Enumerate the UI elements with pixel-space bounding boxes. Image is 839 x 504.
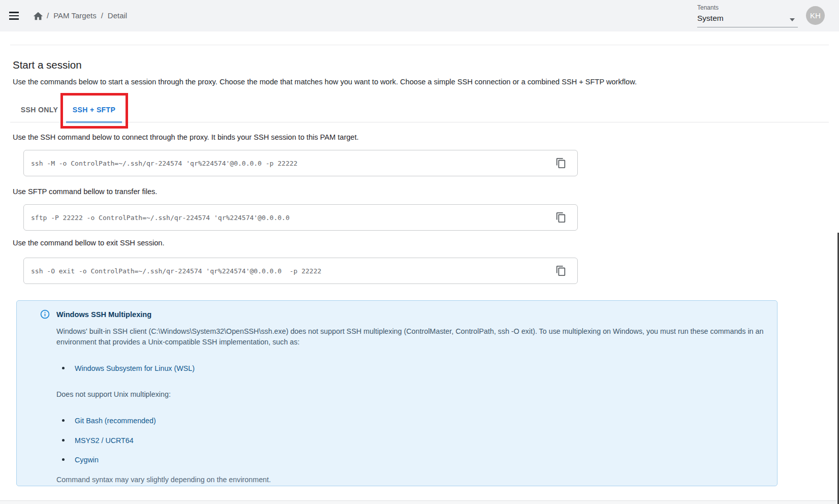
tab-ssh-sftp[interactable]: SSH + SFTP <box>66 98 122 122</box>
copy-icon[interactable] <box>555 265 567 277</box>
tabs-divider <box>10 122 829 122</box>
ssh-command-label: Use the SSH command below to connect thr… <box>13 133 359 141</box>
exit-command-box: ssh -O exit -o ControlPath=~/.ssh/qr-224… <box>23 258 578 284</box>
info-paragraph: Windows' built-in SSH client (C:\Windows… <box>56 326 782 347</box>
sftp-command-text: sftp -P 22222 -o ControlPath=~/.ssh/qr-2… <box>31 214 290 222</box>
breadcrumb-separator: / <box>101 11 103 20</box>
supported-environments-list: Windows Subsystem for Linux (WSL) <box>56 363 782 374</box>
tenants-select[interactable]: Tenants System <box>697 4 798 27</box>
ssh-command-box: ssh -M -o ControlPath=~/.ssh/qr-224574 '… <box>23 150 578 176</box>
page-title: Start a session <box>13 59 82 71</box>
exit-command-text: ssh -O exit -o ControlPath=~/.ssh/qr-224… <box>31 267 321 275</box>
info-panel-title: Windows SSH Multiplexing <box>56 310 151 319</box>
hamburger-menu-icon[interactable] <box>7 9 22 23</box>
section-description: Use the commands below to start a sessio… <box>13 78 637 86</box>
list-item-git-bash[interactable]: Git Bash (recommended) <box>56 416 782 426</box>
chevron-down-icon <box>790 18 795 21</box>
breadcrumb-pam-targets[interactable]: PAM Targets <box>53 11 96 20</box>
tab-ssh-only[interactable]: SSH ONLY <box>13 98 66 122</box>
exit-command-label: Use the command bellow to exit SSH sessi… <box>13 239 165 247</box>
sftp-command-box: sftp -P 22222 -o ControlPath=~/.ssh/qr-2… <box>23 204 578 231</box>
top-app-bar: / PAM Targets / Detail Tenants System KH <box>0 0 839 32</box>
unsupported-environments-list: Git Bash (recommended) MSYS2 / UCRT64 Cy… <box>56 416 782 465</box>
windows-ssh-multiplexing-info-panel: Windows SSH Multiplexing Windows' built-… <box>16 300 778 486</box>
list-item-msys2[interactable]: MSYS2 / UCRT64 <box>56 435 782 446</box>
session-mode-tabs: SSH ONLY SSH + SFTP <box>13 98 122 122</box>
sftp-command-label: Use SFTP command bellow to transfer file… <box>13 187 157 196</box>
breadcrumb: / PAM Targets / Detail <box>47 11 127 20</box>
copy-icon[interactable] <box>555 212 567 224</box>
info-paragraph: Does not support Unix multiplexing: <box>56 389 782 400</box>
info-footnote: Command syntax may vary slightly dependi… <box>56 475 782 485</box>
content-top-divider <box>10 45 829 45</box>
info-icon <box>40 309 50 321</box>
tenants-label: Tenants <box>697 4 798 11</box>
ssh-command-text: ssh -M -o ControlPath=~/.ssh/qr-224574 '… <box>31 160 297 167</box>
list-item-cygwin[interactable]: Cygwin <box>56 455 782 465</box>
breadcrumb-separator: / <box>47 11 49 20</box>
copy-icon[interactable] <box>555 158 567 170</box>
tenants-selected-value: System <box>697 14 798 23</box>
info-panel-body: Windows' built-in SSH client (C:\Windows… <box>56 326 782 485</box>
breadcrumb-detail: Detail <box>108 11 127 20</box>
list-item-wsl[interactable]: Windows Subsystem for Linux (WSL) <box>56 363 782 374</box>
page-bottom-strip <box>0 501 839 504</box>
page: / PAM Targets / Detail Tenants System KH… <box>0 0 839 504</box>
home-icon[interactable] <box>33 11 44 24</box>
user-avatar[interactable]: KH <box>806 6 825 25</box>
